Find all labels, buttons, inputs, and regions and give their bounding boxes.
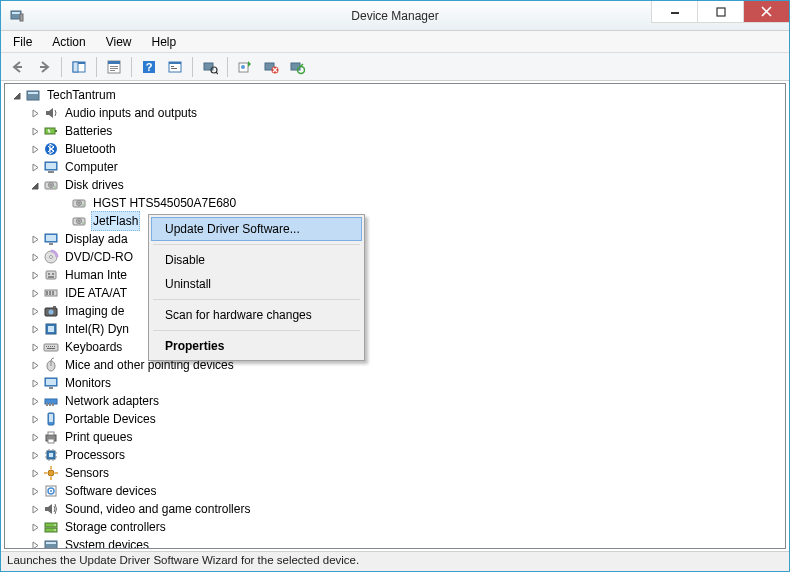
expander-icon[interactable] <box>29 143 41 155</box>
svg-rect-18 <box>169 62 181 64</box>
tree-node[interactable]: JetFlash <box>7 212 785 230</box>
expander-icon[interactable] <box>11 89 23 101</box>
context-separator <box>153 299 360 300</box>
tree-node[interactable]: Storage controllers <box>7 518 785 536</box>
tree-root[interactable]: TechTantrum <box>7 86 785 104</box>
context-separator <box>153 330 360 331</box>
svg-point-105 <box>54 524 56 526</box>
tree-node[interactable]: Display ada <box>7 230 785 248</box>
tree-node[interactable]: Processors <box>7 446 785 464</box>
tree-node[interactable]: Imaging de <box>7 302 785 320</box>
computer-icon <box>43 159 59 175</box>
svg-rect-4 <box>717 8 725 16</box>
close-button[interactable] <box>743 1 789 23</box>
menu-file[interactable]: File <box>3 31 42 52</box>
expander-icon[interactable] <box>29 449 41 461</box>
expander-icon[interactable] <box>29 539 41 548</box>
update-driver-button[interactable] <box>233 55 257 79</box>
tree-node[interactable]: Software devices <box>7 482 785 500</box>
context-update-driver[interactable]: Update Driver Software... <box>151 217 362 241</box>
expander-icon[interactable] <box>29 377 41 389</box>
expander-icon[interactable] <box>29 161 41 173</box>
menu-view[interactable]: View <box>96 31 142 52</box>
tree-label: Display ada <box>63 229 130 249</box>
expander-icon[interactable] <box>29 287 41 299</box>
expander-icon[interactable] <box>29 269 41 281</box>
tree-label: JetFlash <box>91 211 140 231</box>
expander-icon[interactable] <box>29 107 41 119</box>
show-hide-tree-button[interactable] <box>67 55 91 79</box>
svg-rect-56 <box>48 273 50 275</box>
svg-rect-60 <box>46 291 48 295</box>
tree-label: Sensors <box>63 463 111 483</box>
tree-node[interactable]: Portable Devices <box>7 410 785 428</box>
device-tree[interactable]: TechTantrumAudio inputs and outputsBatte… <box>5 84 785 548</box>
expander-icon[interactable] <box>29 323 41 335</box>
svg-rect-79 <box>49 387 53 389</box>
help-button[interactable]: ? <box>137 55 161 79</box>
disk-icon <box>43 177 59 193</box>
tree-node[interactable]: Print queues <box>7 428 785 446</box>
maximize-button[interactable] <box>697 1 743 23</box>
forward-button[interactable] <box>32 55 56 79</box>
svg-rect-2 <box>20 14 23 21</box>
expander-icon[interactable] <box>29 251 41 263</box>
context-uninstall[interactable]: Uninstall <box>151 272 362 296</box>
menu-help[interactable]: Help <box>142 31 187 52</box>
tree-node[interactable]: Batteries <box>7 122 785 140</box>
audio-icon <box>43 105 59 121</box>
tree-node[interactable]: IDE ATA/AT <box>7 284 785 302</box>
properties-button[interactable] <box>102 55 126 79</box>
expander-icon[interactable] <box>29 125 41 137</box>
tree-node[interactable]: Network adapters <box>7 392 785 410</box>
tree-node[interactable]: Keyboards <box>7 338 785 356</box>
svg-rect-73 <box>54 346 55 347</box>
tree-node[interactable]: System devices <box>7 536 785 548</box>
tree-node[interactable]: Computer <box>7 158 785 176</box>
statusbar: Launches the Update Driver Software Wiza… <box>1 551 789 571</box>
disable-button[interactable] <box>285 55 309 79</box>
svg-rect-68 <box>44 344 58 351</box>
expander-icon[interactable] <box>29 431 41 443</box>
minimize-button[interactable] <box>651 1 697 23</box>
tree-node[interactable]: HGST HTS545050A7E680 <box>7 194 785 212</box>
scan-hardware-button[interactable] <box>198 55 222 79</box>
tree-node[interactable]: Audio inputs and outputs <box>7 104 785 122</box>
tree-label: Disk drives <box>63 175 126 195</box>
tree-node[interactable]: Bluetooth <box>7 140 785 158</box>
action-button[interactable] <box>163 55 187 79</box>
expander-icon[interactable] <box>29 395 41 407</box>
expander-icon[interactable] <box>29 179 41 191</box>
tree-node[interactable]: Mice and other pointing devices <box>7 356 785 374</box>
expander-icon[interactable] <box>29 359 41 371</box>
expander-spacer <box>57 215 69 227</box>
tree-node[interactable]: DVD/CD-RO <box>7 248 785 266</box>
tree-node[interactable]: Sensors <box>7 464 785 482</box>
context-scan[interactable]: Scan for hardware changes <box>151 303 362 327</box>
svg-rect-70 <box>48 346 49 347</box>
menu-action[interactable]: Action <box>42 31 95 52</box>
tree-node[interactable]: Intel(R) Dyn <box>7 320 785 338</box>
expander-icon[interactable] <box>29 467 41 479</box>
expander-icon[interactable] <box>29 503 41 515</box>
expander-icon[interactable] <box>29 233 41 245</box>
context-disable[interactable]: Disable <box>151 248 362 272</box>
expander-icon[interactable] <box>29 485 41 497</box>
tree-label: Intel(R) Dyn <box>63 319 131 339</box>
tree-node[interactable]: Monitors <box>7 374 785 392</box>
svg-rect-108 <box>46 542 56 544</box>
titlebar: Device Manager <box>1 1 789 31</box>
expander-icon[interactable] <box>29 341 41 353</box>
expander-icon[interactable] <box>29 305 41 317</box>
tree-label: Batteries <box>63 121 114 141</box>
tree-node[interactable]: Human Inte <box>7 266 785 284</box>
expander-icon[interactable] <box>29 413 41 425</box>
context-properties[interactable]: Properties <box>151 334 362 358</box>
back-button[interactable] <box>6 55 30 79</box>
expander-icon[interactable] <box>29 521 41 533</box>
tree-node[interactable]: Sound, video and game controllers <box>7 500 785 518</box>
storage-icon <box>43 519 59 535</box>
uninstall-button[interactable] <box>259 55 283 79</box>
imaging-icon <box>43 303 59 319</box>
tree-node[interactable]: Disk drives <box>7 176 785 194</box>
